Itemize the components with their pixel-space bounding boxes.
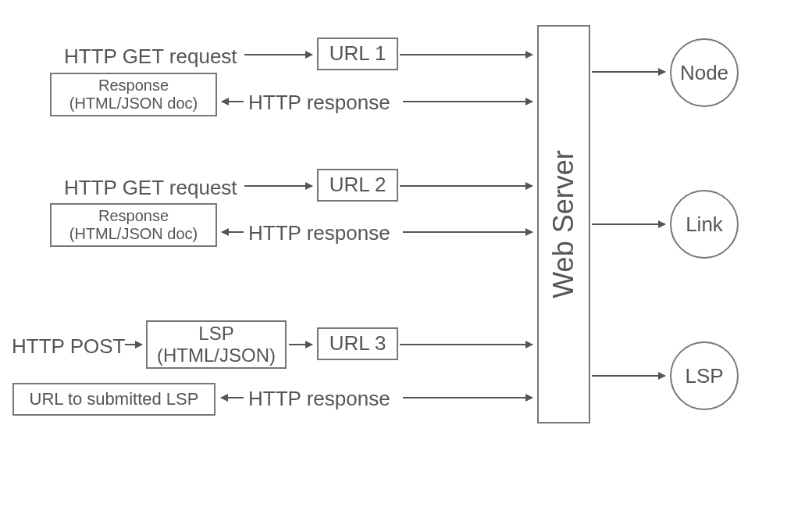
circle-lsp: LSP (670, 341, 739, 410)
box-response-1: Response (HTML/JSON doc) (50, 73, 217, 116)
label-http-response-3: HTTP response (248, 387, 390, 411)
label-lsp: LSP (685, 364, 723, 388)
box-submitted-url: URL to submitted LSP (12, 383, 215, 416)
box-response-2: Response (HTML/JSON doc) (50, 203, 217, 247)
label-web-server: Web Server (547, 150, 580, 298)
label-link: Link (686, 213, 723, 237)
circle-link: Link (670, 190, 739, 259)
box-lsp-line1: LSP (157, 323, 276, 345)
label-url-3: URL 3 (329, 332, 386, 356)
box-response-2-line2: (HTML/JSON doc) (69, 225, 198, 243)
box-web-server: Web Server (537, 25, 590, 423)
box-url-2: URL 2 (317, 169, 398, 202)
label-submitted-url: URL to submitted LSP (30, 389, 199, 409)
box-lsp-line2: (HTML/JSON) (157, 345, 276, 366)
box-lsp-payload: LSP (HTML/JSON) (146, 320, 287, 369)
label-node: Node (680, 61, 728, 85)
box-response-1-line1: Response (69, 77, 198, 95)
label-http-response-2: HTTP response (248, 221, 390, 245)
label-http-get-2: HTTP GET request (64, 176, 237, 200)
box-response-2-line1: Response (69, 207, 198, 225)
label-http-response-1: HTTP response (248, 91, 390, 115)
label-http-get-1: HTTP GET request (64, 45, 237, 69)
label-http-post: HTTP POST (12, 334, 125, 359)
box-response-1-line2: (HTML/JSON doc) (69, 95, 198, 113)
circle-node: Node (670, 38, 739, 107)
diagram-stage: HTTP GET request HTTP GET request HTTP P… (0, 0, 812, 511)
label-url-1: URL 1 (329, 42, 386, 66)
box-url-3: URL 3 (317, 327, 398, 360)
box-url-1: URL 1 (317, 38, 398, 70)
label-url-2: URL 2 (329, 173, 386, 197)
